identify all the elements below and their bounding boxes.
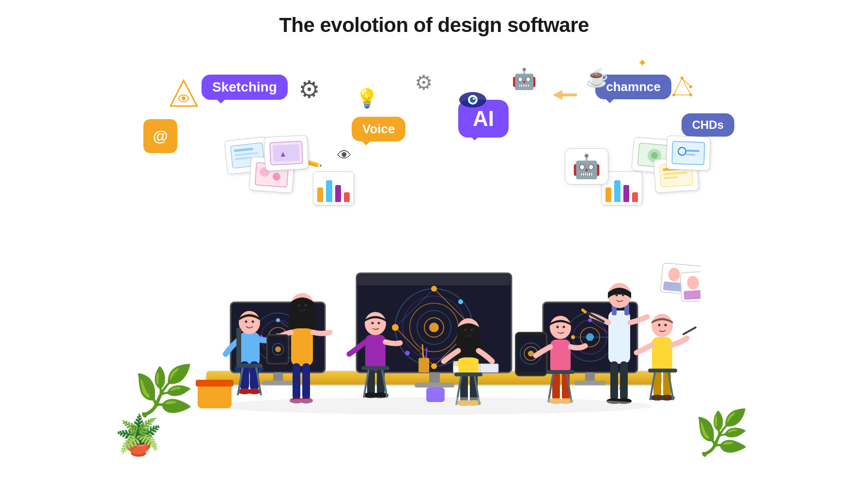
svg-point-128 [378, 322, 380, 325]
sparkle-icon: ✦ [637, 56, 647, 70]
gear-left-icon: ⚙ [298, 76, 320, 104]
svg-rect-160 [610, 361, 618, 400]
svg-point-62 [405, 351, 410, 356]
svg-point-122 [365, 312, 386, 335]
network-icon [669, 73, 696, 100]
bubble-voice: Voice [352, 117, 405, 141]
gear-right-icon: ⚙ [415, 71, 433, 94]
bubble-chds: CHDs [682, 113, 734, 137]
svg-point-114 [275, 346, 281, 352]
svg-point-102 [252, 321, 254, 323]
svg-rect-116 [302, 363, 310, 400]
paper-card-3: ▲ [264, 135, 309, 171]
svg-rect-48 [262, 381, 294, 385]
svg-point-165 [622, 294, 624, 296]
svg-point-150 [563, 326, 565, 328]
svg-rect-154 [608, 310, 630, 364]
svg-rect-166 [652, 337, 672, 372]
svg-rect-129 [361, 366, 389, 370]
svg-point-174 [665, 324, 667, 326]
svg-point-173 [658, 324, 661, 326]
svg-rect-121 [365, 335, 386, 371]
svg-rect-68 [415, 383, 454, 388]
svg-rect-104 [236, 364, 263, 368]
svg-rect-140 [454, 372, 482, 376]
triangle-eye-icon [167, 77, 201, 110]
svg-point-14 [689, 85, 692, 88]
svg-line-159 [583, 310, 585, 312]
plant-large-right: 🌿 [695, 407, 749, 458]
svg-marker-0 [170, 80, 197, 106]
svg-point-85 [528, 351, 534, 356]
svg-point-120 [305, 304, 307, 307]
svg-point-164 [616, 294, 618, 296]
plant-pot-left: 🪴 [114, 413, 163, 458]
svg-rect-67 [429, 372, 440, 383]
small-eye-icon: 👁 [337, 147, 352, 164]
svg-point-56 [429, 323, 439, 332]
svg-rect-80 [574, 381, 606, 385]
svg-line-87 [419, 347, 420, 358]
svg-line-89 [426, 348, 427, 358]
svg-rect-47 [273, 372, 283, 381]
svg-line-10 [682, 78, 691, 87]
svg-rect-143 [550, 340, 571, 373]
svg-point-144 [550, 316, 571, 339]
svg-rect-35 [686, 154, 696, 156]
eye-main-icon [458, 90, 487, 109]
arrow-icons [550, 85, 579, 108]
svg-point-11 [681, 77, 683, 79]
svg-point-12 [672, 93, 675, 96]
svg-point-61 [458, 299, 463, 304]
svg-point-167 [651, 314, 673, 337]
page-title: The evolotion of design software [279, 14, 589, 37]
bubble-sketching: Sketching [202, 75, 288, 100]
svg-point-100 [248, 388, 261, 394]
svg-point-6 [473, 98, 475, 100]
svg-point-13 [689, 93, 692, 96]
svg-point-2 [182, 96, 186, 100]
svg-point-127 [372, 322, 374, 325]
main-scene-svg [168, 168, 700, 468]
paper-card-right-3 [666, 135, 711, 170]
svg-rect-50 [358, 275, 510, 285]
svg-rect-175 [648, 369, 677, 372]
svg-line-168 [683, 327, 696, 334]
svg-point-138 [465, 329, 467, 331]
svg-point-101 [245, 321, 248, 323]
svg-point-139 [471, 329, 473, 331]
svg-rect-151 [546, 370, 574, 374]
svg-line-7 [674, 78, 682, 95]
robot-icon: 🤖 [512, 67, 537, 91]
lightbulb-icon: 💡 [356, 88, 378, 109]
svg-rect-186 [196, 380, 233, 387]
svg-rect-161 [620, 361, 628, 400]
svg-rect-95 [239, 332, 260, 366]
svg-point-149 [557, 326, 559, 328]
svg-rect-79 [585, 372, 595, 381]
svg-text:▲: ▲ [279, 150, 287, 158]
svg-point-5 [470, 97, 476, 103]
svg-rect-103 [236, 327, 241, 366]
coffee-icon: ☕ [586, 67, 608, 88]
at-sign-icon: @ [143, 119, 177, 153]
illustration-container: Sketching Voice AI chamnce CHDs @ ⚙ ⚙ 💡 … [95, 42, 773, 478]
svg-point-119 [298, 304, 301, 307]
svg-rect-32 [672, 141, 705, 165]
svg-rect-187 [426, 388, 445, 402]
svg-rect-115 [293, 363, 300, 400]
svg-rect-86 [418, 358, 429, 372]
